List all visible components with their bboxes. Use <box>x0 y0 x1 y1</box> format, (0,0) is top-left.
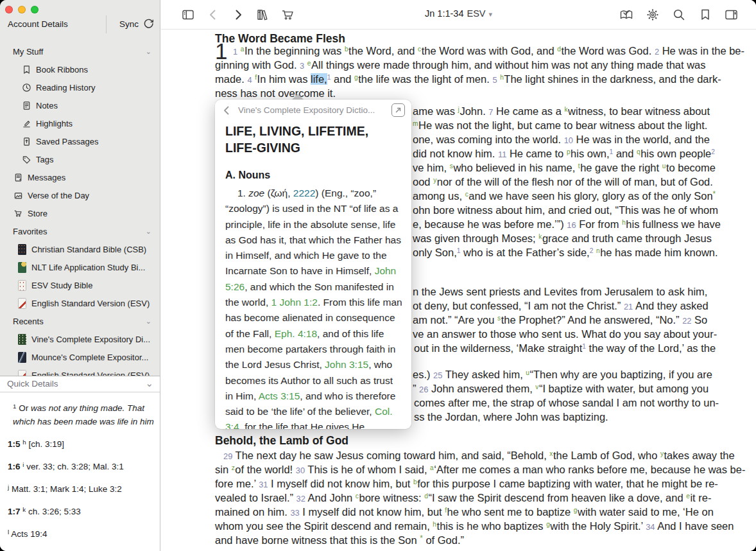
cross-ref-letter[interactable]: g <box>546 521 550 528</box>
cross-ref-letter[interactable]: s <box>497 315 501 322</box>
cross-ref-letter[interactable]: b <box>413 478 417 485</box>
sidebar-item-saved-passages[interactable]: Saved Passages <box>0 132 160 150</box>
verse-line: ness has not overcome it. <box>215 86 336 100</box>
sidebar-item-label: ESV Study Bible <box>31 281 92 290</box>
cross-ref-letter[interactable]: q <box>637 148 640 155</box>
footnote-number[interactable]: 1 <box>582 343 586 350</box>
cross-ref-letter[interactable]: u <box>526 369 529 376</box>
sidebar-item-christian-standard-bible-csb[interactable]: Christian Standard Bible (CSB) <box>0 240 160 258</box>
cross-ref-letter[interactable]: z <box>232 464 235 471</box>
cross-ref-letter[interactable]: b <box>345 46 348 53</box>
store-cart-icon[interactable] <box>280 7 296 22</box>
sidebar-item-verse-of-the-day[interactable]: Verse of the Day <box>0 186 160 204</box>
cross-ref-letter[interactable]: a <box>241 46 245 53</box>
split-view-icon[interactable] <box>724 7 739 22</box>
sidebar-item-book-ribbons[interactable]: Book Ribbons <box>0 60 160 78</box>
cross-ref-letter[interactable]: g <box>354 74 358 81</box>
bookmark-icon[interactable] <box>698 7 713 22</box>
cross-ref-letter[interactable]: e <box>686 493 690 500</box>
sidebar-item-esv-study-bible[interactable]: ESV Study Bible <box>0 276 160 294</box>
sidebar-item-tags[interactable]: Tags <box>0 150 160 168</box>
back-icon[interactable] <box>205 7 221 22</box>
cross-ref-letter[interactable]: f <box>255 74 257 81</box>
window-close-button[interactable] <box>5 6 13 13</box>
cross-ref-letter[interactable]: d <box>424 493 428 500</box>
sync-button[interactable]: Sync <box>119 19 139 29</box>
chevron-down-icon[interactable]: ⌄ <box>146 317 151 326</box>
scripture-link[interactable]: Eph. 4:18 <box>275 328 317 339</box>
cross-ref-letter[interactable]: n <box>596 247 600 254</box>
open-in-window-icon[interactable] <box>391 103 405 117</box>
search-icon[interactable] <box>671 7 687 22</box>
scripture-link[interactable]: Acts 3:15 <box>259 390 300 401</box>
sidebar-toggle-icon[interactable] <box>180 7 196 22</box>
cross-ref-letter[interactable]: u <box>662 162 666 170</box>
sidebar-group-my-stuff[interactable]: My Stuff⌄ <box>0 42 160 60</box>
settings-gear-icon[interactable] <box>645 7 660 22</box>
quick-details-header[interactable]: Quick Details ⌄ <box>0 376 160 392</box>
footnote-number[interactable]: 1 <box>610 148 614 155</box>
sidebar-item-english-standard-version-esv[interactable]: English Standard Version (ESV) <box>0 294 160 312</box>
cross-ref-letter[interactable]: d <box>557 46 561 53</box>
footnote-number[interactable]: 2 <box>590 247 594 254</box>
forward-icon[interactable] <box>230 7 246 22</box>
cross-ref-letter[interactable]: c <box>356 493 359 500</box>
account-details-button[interactable]: Account Details <box>8 19 68 29</box>
sidebar-item-nlt-life-application-study-bi[interactable]: NLT Life Application Study Bi... <box>0 258 160 276</box>
cross-ref-letter[interactable]: f <box>445 507 447 514</box>
cross-ref-letter[interactable]: y <box>660 450 664 457</box>
library-icon[interactable] <box>255 7 271 22</box>
sidebar-item-store[interactable]: Store <box>0 204 160 222</box>
cross-ref-letter[interactable]: h <box>433 521 436 528</box>
footnote-number[interactable]: 1 <box>327 74 331 81</box>
window-minimize-button[interactable] <box>18 6 26 13</box>
cross-ref-letter[interactable]: m <box>413 120 418 127</box>
cross-ref-letter[interactable]: g <box>574 507 578 514</box>
sidebar-item-mounce-s-complete-expositor[interactable]: Mounce's Complete Expositor... <box>0 348 160 366</box>
footnote-number[interactable]: 2 <box>711 148 715 155</box>
cross-ref-letter[interactable]: p <box>567 148 571 155</box>
cross-ref-letter[interactable]: e <box>307 60 311 67</box>
cross-ref-letter[interactable]: t <box>578 162 580 170</box>
cross-ref-letter[interactable]: k <box>564 106 567 113</box>
sidebar-item-messages[interactable]: Messages <box>0 168 160 186</box>
cross-ref-letter[interactable]: c <box>465 191 468 198</box>
sidebar-item-notes[interactable]: Notes <box>0 96 160 114</box>
sidebar-item-reading-history[interactable]: Reading History <box>0 78 160 96</box>
verse-line: made. 4 fIn him was life,1 and gthe life… <box>215 72 721 86</box>
sync-refresh-icon[interactable] <box>142 17 155 30</box>
scripture-link[interactable]: Col. 3:4 <box>225 406 393 429</box>
sidebar-group-favorites[interactable]: Favorites⌄ <box>0 222 160 240</box>
sidebar-group-recents[interactable]: Recents⌄ <box>0 312 160 330</box>
cross-ref-letter[interactable]: c <box>418 46 421 53</box>
window-zoom-button[interactable] <box>31 6 39 13</box>
popup-resource-title[interactable]: Vine's Complete Expository Dictio... <box>238 105 375 115</box>
cross-ref-letter[interactable]: a <box>430 464 434 471</box>
chevron-down-icon[interactable]: ⌄ <box>146 48 151 56</box>
cross-ref-letter[interactable]: k <box>538 233 542 240</box>
chevron-down-icon[interactable]: ⌄ <box>145 378 153 389</box>
cross-ref-letter[interactable]: j <box>458 106 460 113</box>
passage-selector[interactable]: Jn 1:1-34ESV▾ <box>425 8 492 19</box>
chevron-down-icon[interactable]: ⌄ <box>146 227 151 236</box>
sidebar-item-vine-s-complete-expository-di[interactable]: Vine's Complete Expository Di... <box>0 330 160 348</box>
cross-ref-letter[interactable]: h <box>622 219 626 226</box>
cross-ref-letter[interactable]: h <box>500 74 504 81</box>
scripture-link[interactable]: John 5:26 <box>225 265 396 292</box>
scripture-link[interactable]: 1 John 1:2 <box>271 297 318 308</box>
verse-line: sin zof the world! 30 This is he of whom… <box>215 462 745 477</box>
sidebar-item-highlights[interactable]: Highlights <box>0 114 160 132</box>
verse-line: comes after me, the strap of whose sanda… <box>414 396 719 410</box>
bold-ref: 1:5 <box>8 439 21 449</box>
scripture-link[interactable]: John 3:15 <box>325 359 368 370</box>
reading-plan-icon[interactable] <box>619 7 634 22</box>
popup-back-icon[interactable] <box>220 104 233 117</box>
footnote-entry: l Acts 19:4 <box>8 527 152 541</box>
cross-ref-letter[interactable]: y <box>433 177 436 184</box>
cross-ref-letter[interactable]: v <box>535 383 538 390</box>
sidebar-item-label: Mounce's Complete Expositor... <box>31 353 148 362</box>
strongs-number-link[interactable]: 2222 <box>293 188 315 198</box>
cross-ref-letter[interactable]: x <box>549 450 553 457</box>
footnote-number[interactable]: 1 <box>457 247 461 254</box>
cross-ref-letter[interactable]: s <box>450 162 453 170</box>
